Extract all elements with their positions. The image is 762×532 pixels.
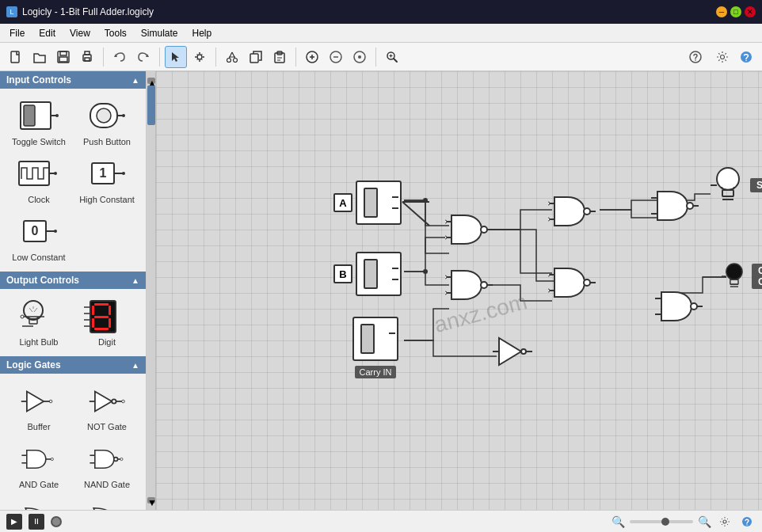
nand-gate-cout-icon <box>655 289 703 324</box>
toolbar-sep-4 <box>295 48 296 66</box>
sidebar-item-digit[interactable]: Digit <box>74 295 139 350</box>
input2-button[interactable] <box>325 46 347 68</box>
sidebar-item-or-gate[interactable]: OR Gate <box>6 496 71 510</box>
open-button[interactable] <box>29 46 51 68</box>
svg-point-93 <box>445 236 447 239</box>
switch-b-box[interactable] <box>356 252 402 296</box>
section-output-controls[interactable]: Output Controls ▲ <box>0 272 146 289</box>
menu-help[interactable]: Help <box>186 26 219 40</box>
nand-gate-4[interactable] <box>548 265 596 302</box>
menu-tools[interactable]: Tools <box>98 26 133 40</box>
new-button[interactable] <box>5 46 27 68</box>
nand-gate-sum[interactable] <box>651 188 699 226</box>
status-bar: ▶ ⏸ 🔍 🔍 <box>0 510 762 532</box>
zoom-icon-button[interactable] <box>381 46 403 68</box>
undo-button[interactable] <box>109 46 131 68</box>
menu-bar: File Edit View Tools Simulate Help <box>0 24 762 43</box>
switch-a-box[interactable] <box>356 180 402 225</box>
push-button-icon <box>84 99 130 134</box>
input3-button[interactable] <box>349 46 371 68</box>
sidebar-item-push-button[interactable]: Push Button <box>74 95 139 150</box>
sidebar-item-nor-gate[interactable]: NOR Gate <box>74 496 139 510</box>
svg-point-128 <box>726 264 742 279</box>
toggle-switch-label: Toggle Switch <box>12 137 66 146</box>
push-button-icon-container <box>83 98 131 134</box>
sidebar-scrollbar[interactable]: ▲ ▼ <box>147 71 156 510</box>
question-icon[interactable] <box>684 46 707 68</box>
paste-button[interactable] <box>269 46 291 68</box>
menu-view[interactable]: View <box>63 26 97 40</box>
sidebar-item-buffer[interactable]: Buffer <box>6 380 71 435</box>
status-settings-icon[interactable] <box>716 513 733 530</box>
input-controls-arrow: ▲ <box>131 76 139 85</box>
nand-gate-cout[interactable] <box>655 289 703 326</box>
svg-point-70 <box>114 457 118 461</box>
light-bulb-label: Light Bulb <box>20 337 59 347</box>
svg-text:0: 0 <box>32 224 39 238</box>
sidebar-item-low-constant[interactable]: 0 Low Constant <box>6 211 71 265</box>
high-constant-label: High Constant <box>79 195 135 204</box>
menu-file[interactable]: File <box>3 26 31 40</box>
play-button[interactable]: ▶ <box>6 514 22 530</box>
svg-point-92 <box>445 220 447 223</box>
copy-button[interactable] <box>245 46 267 68</box>
status-help-icon[interactable] <box>738 513 756 530</box>
svg-point-98 <box>445 276 447 279</box>
cout-bulb-component[interactable]: Carry OUT <box>722 256 762 297</box>
toolbar-sep-2 <box>159 48 160 66</box>
sidebar-item-and-gate[interactable]: AND Gate <box>6 438 71 492</box>
print-button[interactable] <box>76 46 98 68</box>
svg-point-9 <box>234 58 238 62</box>
pause-button[interactable]: ⏸ <box>29 514 44 530</box>
sidebar-scroll-down[interactable]: ▼ <box>147 497 155 504</box>
zoom-in-icon: 🔍 <box>698 515 711 528</box>
nand-gate-3[interactable] <box>548 194 596 231</box>
zoom-slider[interactable] <box>630 520 693 523</box>
buffer-label: Buffer <box>27 422 50 431</box>
sidebar-item-high-constant[interactable]: 1 High Constant <box>74 153 139 207</box>
svg-point-112 <box>521 349 526 354</box>
wire-cut-button[interactable] <box>221 46 243 68</box>
select-tool-button[interactable] <box>165 46 187 68</box>
section-logic-gates[interactable]: Logic Gates ▲ <box>0 356 146 374</box>
svg-rect-5 <box>85 51 90 55</box>
svg-point-18 <box>690 51 701 63</box>
svg-text:1: 1 <box>100 166 107 180</box>
input1-button[interactable] <box>301 46 323 68</box>
nand-gate-1[interactable] <box>445 212 493 249</box>
switch-a-wire-bot <box>392 207 398 209</box>
app-icon: L <box>6 6 17 17</box>
section-input-controls[interactable]: Input Controls ▲ <box>0 71 146 89</box>
light-bulb-icon <box>16 298 62 336</box>
redo-button[interactable] <box>132 46 154 68</box>
menu-simulate[interactable]: Simulate <box>135 26 185 40</box>
nand-gate-2[interactable] <box>445 268 493 305</box>
help-icon[interactable] <box>735 46 757 68</box>
pan-tool-button[interactable] <box>189 46 211 68</box>
switch-b-lever <box>364 259 378 289</box>
svg-point-61 <box>49 400 52 403</box>
canvas-area[interactable]: A B Carry IN <box>156 71 762 510</box>
save-button[interactable] <box>52 46 74 68</box>
buffer-gate[interactable] <box>493 336 532 369</box>
close-button[interactable]: ✕ <box>745 6 756 17</box>
window-controls[interactable]: ─ □ ✕ <box>716 6 756 17</box>
switch-a-component[interactable]: A <box>333 180 402 225</box>
sidebar-item-not-gate[interactable]: NOT Gate <box>74 380 139 435</box>
sidebar-item-toggle-switch[interactable]: Toggle Switch <box>6 95 71 150</box>
minimize-button[interactable]: ─ <box>716 6 727 17</box>
switch-cin-box[interactable] <box>352 317 398 361</box>
switch-cin-component[interactable]: Carry IN <box>352 317 398 378</box>
title-bar-left: L Logicly - 1-Bit Full Adder.logicly <box>6 6 154 17</box>
sidebar-scroll-up[interactable]: ▲ <box>147 78 155 84</box>
switch-b-component[interactable]: B <box>333 252 402 296</box>
sidebar-item-nand-gate[interactable]: NAND Gate <box>74 438 139 492</box>
settings-icon[interactable] <box>711 46 733 68</box>
sidebar-item-clock[interactable]: Clock <box>6 153 71 207</box>
sidebar-scroll-thumb[interactable] <box>147 86 155 125</box>
menu-edit[interactable]: Edit <box>32 26 62 40</box>
sum-bulb-component[interactable]: Sum <box>711 165 762 206</box>
sidebar-item-light-bulb[interactable]: Light Bulb <box>6 295 71 350</box>
maximize-button[interactable]: □ <box>730 6 741 17</box>
digit-icon-container <box>83 298 131 334</box>
